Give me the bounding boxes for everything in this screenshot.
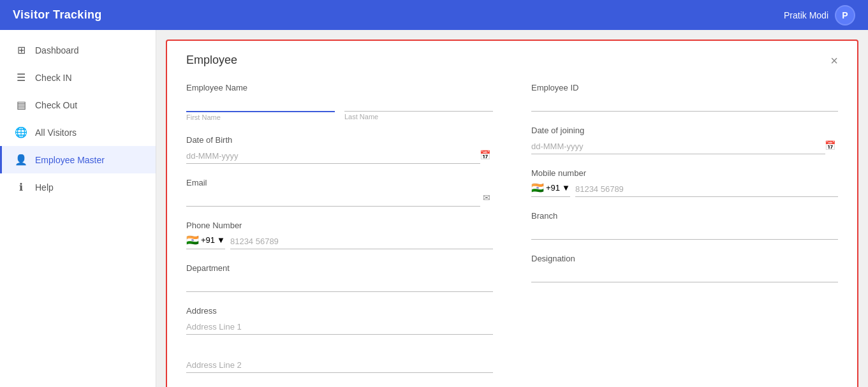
employee-id-input[interactable] (531, 96, 838, 112)
avatar[interactable]: P (835, 5, 855, 26)
sidebar-label-allvisitors: All Visitors (35, 128, 77, 138)
phone-flag: 🇮🇳 (186, 234, 199, 246)
branch-label: Branch (531, 211, 838, 221)
checkout-icon: ▤ (15, 99, 27, 111)
form-right-column: Employee ID Date of joining 📅 Mobile nu (531, 83, 838, 387)
dashboard-icon: ⊞ (15, 44, 27, 56)
calendar-icon[interactable]: 📅 (480, 150, 490, 160)
employeemaster-icon: 👤 (15, 154, 27, 166)
mobile-country-selector[interactable]: 🇮🇳 +91 ▼ (531, 182, 570, 197)
sidebar: ⊞ Dashboard ☰ Check IN ▤ Check Out 🌐 All… (0, 30, 156, 387)
allvisitors-icon: 🌐 (15, 126, 27, 138)
address-line1-input[interactable] (186, 319, 493, 335)
designation-label: Designation (531, 254, 838, 263)
sidebar-item-employeemaster[interactable]: 👤 Employee Master (0, 146, 156, 173)
first-name-col: First Name (186, 96, 335, 121)
employee-id-row: Employee ID (531, 83, 838, 112)
employee-form-panel: Employee × Employee Name First Name (166, 40, 858, 387)
close-button[interactable]: × (830, 54, 838, 67)
phone-dropdown-icon: ▼ (217, 235, 225, 245)
department-input[interactable] (186, 277, 493, 292)
phone-country-selector[interactable]: 🇮🇳 +91 ▼ (186, 234, 225, 249)
sidebar-item-allvisitors[interactable]: 🌐 All Visitors (0, 119, 156, 146)
doj-input[interactable] (531, 139, 825, 154)
mobile-dropdown-icon: ▼ (562, 183, 570, 193)
branch-row: Branch (531, 211, 838, 240)
form-header: Employee × (186, 54, 838, 67)
sidebar-item-checkin[interactable]: ☰ Check IN (0, 64, 156, 91)
designation-row: Designation (531, 254, 838, 282)
sidebar-item-dashboard[interactable]: ⊞ Dashboard (0, 36, 156, 64)
app-header: Visitor Tracking Pratik Modi P (0, 0, 868, 30)
branch-input[interactable] (531, 224, 838, 240)
sidebar-label-checkin: Check IN (35, 73, 72, 83)
dob-row: Date of Birth 📅 (186, 135, 493, 164)
phone-row: Phone Number 🇮🇳 +91 ▼ (186, 221, 493, 249)
help-icon: ℹ (15, 181, 27, 193)
employee-name-row: Employee Name First Name Last Name (186, 83, 493, 121)
employee-name-label: Employee Name (186, 83, 493, 92)
user-name: Pratik Modi (784, 10, 828, 20)
sidebar-label-help: Help (35, 182, 54, 193)
dob-label: Date of Birth (186, 135, 493, 145)
sidebar-item-help[interactable]: ℹ Help (0, 173, 156, 201)
last-name-sublabel: Last Name (344, 113, 493, 120)
email-icon: ✉ (483, 193, 490, 203)
mobile-label: Mobile number (531, 168, 838, 178)
email-input[interactable] (186, 191, 480, 207)
email-input-wrapper: ✉ (186, 191, 493, 207)
doj-row: Date of joining 📅 (531, 126, 838, 154)
phone-code: +91 (201, 235, 215, 245)
sidebar-label-employeemaster: Employee Master (35, 155, 105, 165)
dob-input-wrapper: 📅 (186, 149, 493, 164)
sidebar-label-dashboard: Dashboard (35, 45, 79, 55)
doj-label: Date of joining (531, 126, 838, 135)
form-left-column: Employee Name First Name Last Name (186, 83, 493, 387)
sidebar-label-checkout: Check Out (35, 100, 77, 110)
form-grid: Employee Name First Name Last Name (186, 83, 838, 387)
main-layout: ⊞ Dashboard ☰ Check IN ▤ Check Out 🌐 All… (0, 30, 868, 387)
name-inputs: First Name Last Name (186, 96, 493, 121)
address-line2-input[interactable] (186, 358, 493, 373)
designation-input[interactable] (531, 267, 838, 282)
doj-input-wrapper: 📅 (531, 139, 838, 154)
first-name-input[interactable] (186, 96, 335, 112)
mobile-input[interactable] (575, 182, 838, 197)
sidebar-item-checkout[interactable]: ▤ Check Out (0, 91, 156, 119)
last-name-col: Last Name (344, 96, 493, 121)
dob-input[interactable] (186, 149, 480, 164)
mobile-row: Mobile number 🇮🇳 +91 ▼ (531, 168, 838, 197)
mobile-code: +91 (546, 183, 560, 193)
last-name-input[interactable] (344, 96, 493, 112)
email-label: Email (186, 178, 493, 187)
address-row: Address (186, 306, 493, 373)
form-title: Employee (186, 54, 237, 67)
mobile-flag: 🇮🇳 (531, 182, 544, 194)
content-area: Employee × Employee Name First Name (156, 30, 868, 387)
user-info: Pratik Modi P (784, 5, 855, 26)
email-row: Email ✉ (186, 178, 493, 207)
phone-input-group: 🇮🇳 +91 ▼ (186, 234, 493, 249)
employee-id-label: Employee ID (531, 83, 838, 92)
doj-calendar-icon[interactable]: 📅 (825, 140, 835, 150)
phone-label: Phone Number (186, 221, 493, 230)
checkin-icon: ☰ (15, 71, 27, 84)
department-label: Department (186, 263, 493, 273)
first-name-sublabel: First Name (186, 113, 335, 121)
address-label: Address (186, 306, 493, 316)
phone-input[interactable] (230, 234, 493, 249)
department-row: Department (186, 263, 493, 292)
app-title: Visitor Tracking (13, 8, 102, 22)
mobile-input-group: 🇮🇳 +91 ▼ (531, 182, 838, 197)
